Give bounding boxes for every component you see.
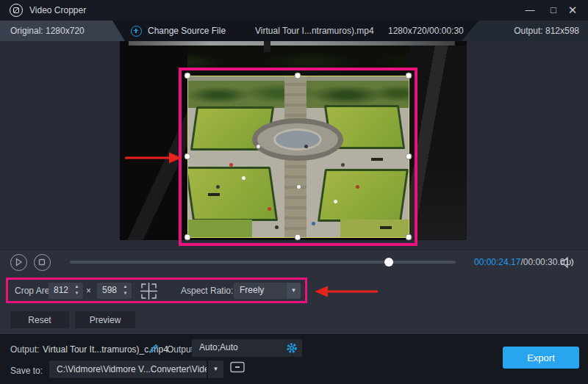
export-button[interactable]: Export [503, 347, 579, 369]
crop-center-icon [139, 281, 159, 301]
aspect-ratio-dropdown[interactable]: Freely ▼ [234, 283, 301, 299]
video-cropper-window: Video Cropper — □ ✕ Original: 1280x720 C… [0, 0, 588, 384]
crop-handle-right-middle[interactable] [406, 153, 412, 160]
open-folder-button[interactable] [229, 361, 247, 378]
crop-width-stepper[interactable]: ▲ ▼ [72, 283, 82, 298]
change-source-label: Change Source File [148, 26, 226, 36]
original-size-tab: Original: 1280x720 [0, 21, 125, 41]
save-path-dropdown-button[interactable]: ▼ [207, 361, 223, 378]
play-button[interactable] [10, 254, 27, 271]
dimensions-times-label: × [86, 283, 91, 299]
settings-gear-icon[interactable] [286, 342, 298, 354]
crop-height-stepper[interactable]: ▲ ▼ [121, 283, 130, 298]
volume-button[interactable] [560, 256, 575, 272]
crop-handle-left-middle[interactable] [184, 153, 191, 160]
save-path-field[interactable]: C:\Vidmore\Vidmore V...Converter\Video C… [49, 361, 207, 378]
time-display: 00:00:24.17/00:00:30.01 [474, 257, 570, 267]
top-info-bar: Original: 1280x720 Change Source File Vi… [0, 21, 588, 41]
stepper-up-icon[interactable]: ▲ [72, 283, 82, 290]
rename-button[interactable] [148, 343, 159, 357]
title-bar: Video Cropper — □ ✕ [0, 0, 588, 21]
plus-circle-icon [131, 26, 142, 37]
folder-icon [229, 361, 245, 374]
output-section: Output: Virtual Tour It...tramuros)_c.mp… [0, 334, 588, 384]
crop-handle-top-right[interactable] [406, 73, 412, 79]
reset-button[interactable]: Reset [10, 311, 69, 328]
volume-icon [560, 256, 575, 269]
output-format-value: Auto;Auto [199, 342, 238, 352]
chevron-down-icon[interactable]: ▼ [287, 283, 301, 299]
scene-tower [264, 41, 270, 52]
change-source-file-button[interactable]: Change Source File [131, 21, 226, 41]
play-icon [11, 255, 26, 269]
scene-dim-right [409, 46, 467, 240]
stepper-up-icon[interactable]: ▲ [121, 283, 130, 290]
minimize-button[interactable]: — [519, 0, 541, 21]
crop-height-input[interactable]: 598 ▲ ▼ [97, 283, 132, 299]
crop-selection-frame[interactable] [187, 76, 409, 238]
aspect-ratio-label: Aspect Ratio: [181, 283, 233, 299]
video-stage [0, 41, 588, 250]
output-format-field[interactable]: Auto;Auto [192, 339, 302, 357]
aspect-ratio-value: Freely [240, 285, 264, 295]
stepper-down-icon[interactable]: ▼ [121, 290, 130, 297]
file-name: Virtual Tour I...ntramuros).mp4 [255, 26, 374, 36]
current-time: 00:00:24.17 [474, 257, 520, 267]
app-logo-icon [10, 4, 23, 17]
window-title: Video Cropper [29, 5, 86, 15]
crop-height-value: 598 [102, 285, 117, 295]
save-to-label: Save to: [10, 366, 43, 376]
stepper-down-icon[interactable]: ▼ [72, 290, 82, 297]
crop-width-value: 812 [54, 285, 68, 295]
crop-handle-bottom-right[interactable] [406, 234, 412, 241]
seek-thumb[interactable] [384, 258, 393, 267]
pencil-icon [148, 343, 159, 354]
stop-icon [35, 255, 49, 269]
seek-slider[interactable] [70, 261, 456, 264]
scene-dim-left [120, 46, 187, 240]
crop-center-button[interactable] [139, 281, 159, 301]
crop-handle-top-left[interactable] [184, 73, 191, 79]
stop-button[interactable] [34, 254, 51, 271]
crop-handle-bottom-left[interactable] [184, 234, 191, 241]
output-name-label: Output: [10, 344, 39, 355]
output-size-tab: Output: 812x598 [462, 21, 588, 41]
preview-button[interactable]: Preview [75, 311, 135, 328]
crop-handle-bottom-middle[interactable] [295, 234, 301, 241]
crop-handle-top-middle[interactable] [295, 73, 301, 79]
crop-width-input[interactable]: 812 ▲ ▼ [49, 283, 83, 299]
file-meta: 1280x720/00:00:30 [388, 26, 464, 36]
controls-panel: 00:00:24.17/00:00:30.01 Crop Area: 812 ▲… [0, 250, 588, 334]
file-info: Virtual Tour I...ntramuros).mp4 1280x720… [255, 21, 464, 41]
close-button[interactable]: ✕ [562, 0, 584, 21]
